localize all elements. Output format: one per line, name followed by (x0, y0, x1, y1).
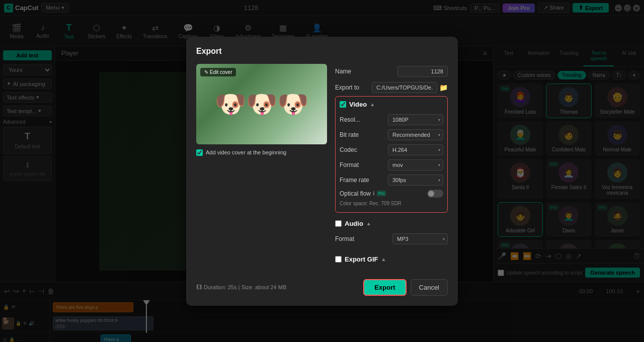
codec-label: Codec (340, 146, 357, 153)
bitrate-row: Bit rate RecommendedLowHigh ▾ (340, 127, 443, 142)
duration-text: Duration: 25s | Size: about 24 MB (204, 284, 286, 290)
name-input[interactable] (397, 66, 448, 77)
bitrate-select[interactable]: RecommendedLowHigh (388, 129, 443, 140)
resolution-select[interactable]: 1080P720P4K (388, 114, 443, 125)
codec-wrapper: H.264H.265 ▾ (388, 144, 443, 155)
format-select[interactable]: movmp4 (388, 159, 443, 170)
audio-format-row: Format MP3AAC ▾ (335, 231, 448, 246)
add-cover-label: Add video cover at the beginning (206, 149, 286, 155)
modal-preview: 🐶🐶🐶 ✎ Edit cover Add video cover at the … (196, 64, 327, 271)
color-space-text: Color space: Rec. 709 SDR (340, 200, 443, 208)
modal-body: 🐶🐶🐶 ✎ Edit cover Add video cover at the … (196, 64, 448, 271)
framerate-row: Frame rate 30fps24fps60fps ▾ (340, 173, 443, 188)
export-to-row: Export to 📁 (335, 80, 448, 95)
audio-section-header: Audio ▲ (335, 220, 448, 227)
video-checkbox[interactable] (340, 101, 346, 108)
video-section-header: Video ▲ (340, 101, 443, 108)
format-row: Format movmp4 ▾ (340, 157, 443, 173)
export-to-value-container: 📁 (372, 82, 448, 93)
export-to-input[interactable] (372, 82, 437, 93)
edit-cover-button[interactable]: ✎ Edit cover (200, 68, 236, 76)
audio-format-wrapper: MP3AAC ▾ (392, 233, 448, 244)
modal-title: Export (196, 47, 448, 56)
cancel-button[interactable]: Cancel (411, 279, 448, 296)
audio-checkbox[interactable] (335, 220, 342, 227)
video-arrow-icon[interactable]: ▲ (370, 102, 375, 107)
edit-icon: ✎ (204, 69, 208, 75)
modal-footer: 🎞 Duration: 25s | Size: about 24 MB Expo… (196, 279, 448, 296)
duration-icon: 🎞 (196, 284, 202, 290)
gif-arrow-icon[interactable]: ▲ (381, 256, 386, 262)
modal-cover: 🐶🐶🐶 ✎ Edit cover (196, 64, 327, 144)
resolution-label: Resol... (340, 116, 360, 123)
framerate-select[interactable]: 30fps24fps60fps (388, 175, 443, 186)
video-section: Video ▲ Resol... 1080P720P4K ▾ (335, 96, 448, 213)
name-value-container (397, 66, 448, 77)
toggle-knob (428, 191, 434, 197)
audio-section-title: Audio (345, 220, 363, 227)
audio-format-label: Format (335, 235, 354, 242)
audio-section: Audio ▲ Format MP3AAC ▾ (335, 216, 448, 250)
framerate-label: Frame rate (340, 177, 369, 184)
gif-section: Export GIF ▲ (335, 251, 448, 271)
video-section-title: Video (349, 101, 367, 108)
resolution-row: Resol... 1080P720P4K ▾ (340, 112, 443, 127)
optical-pro-badge: Pro (377, 191, 386, 196)
export-modal-button[interactable]: Export (363, 279, 406, 296)
add-cover-checkbox-row: Add video cover at the beginning (196, 149, 327, 156)
format-label: Format (340, 161, 359, 168)
bitrate-wrapper: RecommendedLowHigh ▾ (388, 129, 443, 140)
modal-overlay[interactable]: Export 🐶🐶🐶 ✎ Edit cover Add video cover … (0, 0, 644, 342)
framerate-wrapper: 30fps24fps60fps ▾ (388, 175, 443, 186)
format-wrapper: movmp4 ▾ (388, 159, 443, 170)
codec-select[interactable]: H.264H.265 (388, 144, 443, 155)
name-label: Name (335, 68, 351, 75)
bitrate-label: Bit rate (340, 131, 359, 138)
add-cover-input[interactable] (196, 149, 203, 156)
export-to-label: Export to (335, 84, 359, 91)
resolution-wrapper: 1080P720P4K ▾ (388, 114, 443, 125)
export-modal: Export 🐶🐶🐶 ✎ Edit cover Add video cover … (186, 37, 458, 306)
audio-format-select[interactable]: MP3AAC (392, 233, 448, 244)
puppies-emoji: 🐶🐶🐶 (215, 90, 308, 119)
optical-info-icon[interactable]: ℹ (373, 191, 375, 196)
gif-section-header: Export GIF ▲ (335, 255, 448, 263)
folder-icon[interactable]: 📁 (439, 83, 448, 92)
duration-info: 🎞 Duration: 25s | Size: about 24 MB (196, 284, 286, 290)
gif-checkbox[interactable] (335, 256, 342, 263)
optical-label: Optical flow ℹ Pro (340, 190, 386, 197)
name-row: Name (335, 64, 448, 79)
modal-actions: Export Cancel (363, 279, 448, 296)
audio-arrow-icon[interactable]: ▲ (366, 221, 371, 226)
modal-settings: Name Export to 📁 (335, 64, 448, 271)
optical-row: Optical flow ℹ Pro (340, 188, 443, 200)
gif-section-title: Export GIF (345, 255, 378, 263)
codec-row: Codec H.264H.265 ▾ (340, 142, 443, 157)
optical-toggle[interactable] (427, 190, 443, 198)
